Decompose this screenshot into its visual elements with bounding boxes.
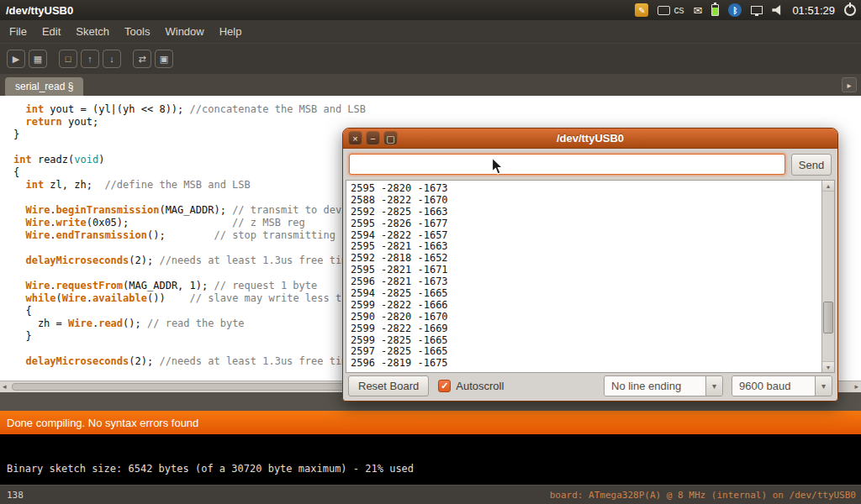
code-line: return yout; [13, 116, 861, 129]
menubar: File Edit Sketch Tools Window Help [0, 20, 861, 43]
volume-icon[interactable] [772, 5, 783, 15]
serial-monitor-button[interactable]: ▣ [155, 50, 173, 68]
line-number: 138 [7, 490, 24, 501]
tab-menu-button[interactable]: ▸ [842, 77, 857, 92]
reset-board-button[interactable]: Reset Board [348, 375, 429, 396]
bluetooth-icon[interactable]: ᛒ [728, 3, 742, 17]
keyboard-layout-indicator[interactable]: cs [658, 4, 684, 16]
save-button[interactable]: ↓ [103, 50, 121, 68]
serial-monitor-controls: Reset Board ✓ Autoscroll No line ending … [348, 375, 832, 397]
serial-line: 2596 -2819 -1675 [351, 358, 834, 370]
send-button[interactable]: Send [791, 154, 832, 176]
line-ending-value: No line ending [605, 376, 705, 396]
menu-item-file[interactable]: File [2, 22, 34, 41]
save-icon: ↓ [109, 54, 114, 64]
serial-monitor-title: /dev/ttyUSB0 [343, 132, 837, 144]
check-icon: ✓ [441, 381, 448, 391]
note-indicator-icon[interactable]: ✎ [635, 3, 648, 17]
battery-fill [712, 8, 718, 15]
stop-icon: ▦ [34, 54, 42, 65]
baud-rate-value: 9600 baud [732, 376, 815, 396]
serial-line: 2599 -2822 -1669 [351, 323, 834, 335]
stop-button[interactable]: ▦ [29, 50, 47, 68]
serial-scrollbar[interactable]: ▴ ▾ [821, 181, 834, 372]
tab-serial-read[interactable]: serial_read § [5, 77, 83, 96]
compile-status-bar: Done compiling. No syntax errors found [0, 411, 861, 434]
chevron-down-icon[interactable]: ▾ [815, 376, 832, 396]
serial-line: 2595 -2821 -1663 [351, 241, 834, 253]
new-file-icon: □ [66, 54, 71, 64]
keyboard-layout-label: cs [673, 4, 684, 16]
autoscroll-label: Autoscroll [456, 380, 504, 392]
status-footer: 138 board: ATmega328P(A) @ 8 MHz (intern… [0, 485, 861, 504]
clock[interactable]: 01:51:29 [792, 4, 835, 17]
serial-line: 2595 -2821 -1671 [351, 265, 834, 276]
serial-monitor-titlebar[interactable]: × − ▢ /dev/ttyUSB0 [343, 129, 837, 149]
serial-monitor-window: × − ▢ /dev/ttyUSB0 Send 2595 -2820 -1673… [342, 128, 838, 402]
verify-icon: ▶ [13, 54, 19, 65]
mail-icon[interactable]: ✉ [693, 4, 702, 17]
serial-line: 2597 -2825 -1665 [351, 346, 834, 358]
serial-line: 2596 -2821 -1673 [351, 276, 834, 288]
serial-line: 2592 -2825 -1663 [351, 207, 834, 218]
serial-scrollbar-thumb[interactable] [823, 302, 833, 333]
serial-line: 2590 -2820 -1670 [351, 312, 834, 323]
baud-rate-dropdown[interactable]: 9600 baud ▾ [732, 375, 832, 396]
screen: /dev/ttyUSB0 ✎ cs ✉ ᛒ 01:51:29 File Edit… [0, 0, 861, 504]
serial-line: 2594 -2825 -1665 [351, 288, 834, 300]
board-info: board: ATmega328P(A) @ 8 MHz (internal) … [550, 490, 856, 501]
serial-line: 2599 -2825 -1665 [351, 335, 834, 347]
compile-status-message: Done compiling. No syntax errors found [7, 417, 198, 429]
serial-input[interactable] [349, 154, 785, 175]
hscroll-thumb[interactable] [12, 383, 365, 391]
battery-icon[interactable] [711, 4, 719, 16]
line-ending-dropdown[interactable]: No line ending ▾ [604, 375, 723, 396]
mouse-cursor [491, 157, 504, 179]
upload-button[interactable]: ⇄ [133, 50, 151, 68]
serial-line: 2595 -2826 -1677 [351, 218, 834, 230]
window-title: /dev/ttyUSB0 [6, 4, 73, 17]
scroll-down-icon[interactable]: ▾ [822, 361, 834, 372]
pencil-icon: ✎ [638, 6, 645, 15]
power-icon[interactable] [844, 4, 856, 16]
top-panel: /dev/ttyUSB0 ✎ cs ✉ ᛒ 01:51:29 [0, 0, 861, 20]
verify-button[interactable]: ▶ [7, 50, 25, 68]
menu-item-tools[interactable]: Tools [117, 22, 157, 41]
menu-item-window[interactable]: Window [157, 22, 211, 41]
scroll-right-icon[interactable]: ▸ [854, 382, 858, 391]
upload-icon: ⇄ [138, 54, 145, 65]
scroll-up-icon[interactable]: ▴ [822, 181, 834, 192]
tab-menu-icon: ▸ [847, 81, 851, 90]
code-line: int yout = (yl|(yh << 8)); //concatenate… [13, 103, 861, 116]
console-text: Binary sketch size: 6542 bytes (of a 307… [7, 463, 414, 475]
network-icon[interactable] [751, 6, 763, 14]
system-tray: ✎ cs ✉ ᛒ 01:51:29 [635, 3, 856, 17]
keyboard-icon [658, 6, 670, 15]
menu-item-help[interactable]: Help [212, 22, 250, 41]
serial-monitor-icon: ▣ [160, 54, 168, 65]
open-button[interactable]: ↑ [81, 50, 99, 68]
new-sketch-button[interactable]: □ [59, 50, 77, 68]
menu-item-sketch[interactable]: Sketch [68, 22, 117, 41]
serial-line: 2592 -2818 -1652 [351, 253, 834, 265]
tab-bar: serial_read § ▸ [0, 74, 861, 96]
serial-output-area[interactable]: 2595 -2820 -16732588 -2822 -16702592 -28… [346, 180, 835, 373]
autoscroll-control[interactable]: ✓ Autoscroll [438, 380, 504, 392]
chevron-down-icon[interactable]: ▾ [705, 376, 722, 396]
serial-line: 2594 -2822 -1657 [351, 230, 834, 242]
autoscroll-checkbox[interactable]: ✓ [438, 380, 451, 392]
serial-line: 2588 -2822 -1670 [351, 195, 834, 207]
toolbar: ▶ ▦ □ ↑ ↓ ⇄ ▣ [0, 43, 861, 74]
menu-item-edit[interactable]: Edit [34, 22, 68, 41]
console-output: Binary sketch size: 6542 bytes (of a 307… [0, 434, 861, 485]
open-icon: ↑ [87, 54, 92, 64]
serial-line: 2599 -2822 -1666 [351, 300, 834, 312]
scroll-left-icon[interactable]: ◂ [3, 382, 7, 391]
serial-line: 2595 -2820 -1673 [351, 183, 834, 195]
serial-send-row: Send [349, 154, 832, 176]
serial-output-lines: 2595 -2820 -16732588 -2822 -16702592 -28… [346, 181, 834, 370]
